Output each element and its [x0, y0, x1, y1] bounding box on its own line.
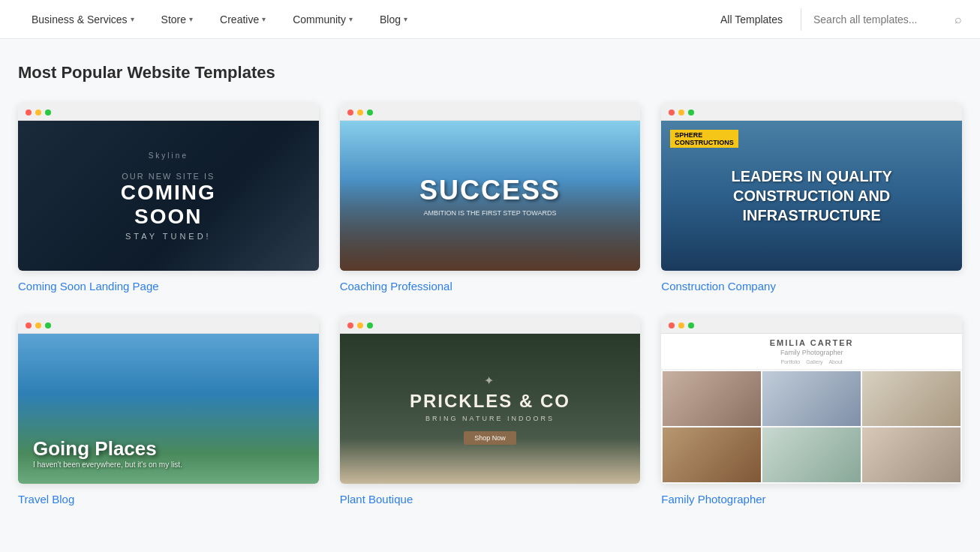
- template-thumbnail-photographer: EMILIA CARTER Family Photographer Portfo…: [661, 316, 962, 484]
- template-name-coming-soon[interactable]: Coming Soon Landing Page: [18, 280, 319, 292]
- template-name-plant[interactable]: Plant Boutique: [340, 493, 641, 506]
- travel-text: Going Places: [33, 437, 182, 460]
- template-card-plant[interactable]: ✦ PRICKLES & CO BRING NATURE INDOORS Sho…: [340, 316, 641, 506]
- template-card-coaching[interactable]: SUCCESS AMBITION IS THE FIRST STEP TOWAR…: [340, 104, 641, 292]
- dot-green: [688, 322, 694, 328]
- browser-chrome-plant: [340, 316, 641, 334]
- thumb-construction: SPHERECONSTRUCTIONS LEADERS IN QUALITY C…: [661, 121, 962, 271]
- search-input[interactable]: [813, 14, 948, 26]
- ph-name: EMILIA CARTER: [669, 338, 954, 347]
- dot-red: [347, 322, 353, 328]
- nav-label-business: Business & Services: [32, 14, 128, 26]
- template-card-travel[interactable]: Going Places I haven't been everywhere, …: [18, 316, 319, 506]
- dot-green: [367, 322, 373, 328]
- nav-divider: [801, 8, 801, 31]
- plant-sub: BRING NATURE INDOORS: [425, 415, 555, 422]
- template-thumbnail-construction: SPHERECONSTRUCTIONS LEADERS IN QUALITY C…: [661, 104, 962, 271]
- browser-chrome-construction: [661, 104, 962, 121]
- dot-green: [688, 110, 694, 116]
- travel-sub: I haven't been everywhere, but it's on m…: [33, 460, 182, 469]
- template-thumbnail-coming-soon: Skyline OUR NEW SITE IS COMING SOON STAY…: [18, 104, 319, 271]
- main-nav: Business & Services ▾ Store ▾ Creative ▾…: [0, 0, 980, 39]
- dot-green: [367, 110, 373, 116]
- thumb-coaching: SUCCESS AMBITION IS THE FIRST STEP TOWAR…: [340, 121, 641, 271]
- template-card-coming-soon[interactable]: Skyline OUR NEW SITE IS COMING SOON STAY…: [18, 104, 319, 292]
- main-content: Most Popular Website Templates Skyline O…: [0, 39, 980, 552]
- nav-label-creative: Creative: [220, 14, 259, 26]
- ph-img-5: [762, 428, 861, 482]
- chevron-down-icon: ▾: [349, 15, 353, 23]
- cs-text2: SOON: [134, 205, 202, 229]
- template-thumbnail-coaching: SUCCESS AMBITION IS THE FIRST STEP TOWAR…: [340, 104, 641, 271]
- plant-text: PRICKLES & CO: [410, 391, 570, 412]
- ph-img-4: [663, 428, 761, 482]
- ph-nav: Portfolio Gallery About: [669, 359, 954, 364]
- ph-grid: [661, 370, 962, 484]
- thumb-coming-soon: Skyline OUR NEW SITE IS COMING SOON STAY…: [18, 121, 319, 271]
- dot-yellow: [357, 110, 363, 116]
- section-title: Most Popular Website Templates: [18, 63, 962, 82]
- dot-yellow: [678, 322, 684, 328]
- template-name-coaching[interactable]: Coaching Professional: [340, 280, 641, 292]
- template-thumbnail-plant: ✦ PRICKLES & CO BRING NATURE INDOORS Sho…: [340, 316, 641, 484]
- dot-green: [45, 322, 51, 328]
- ph-nav-item: Portfolio: [781, 359, 801, 364]
- thumb-plant: ✦ PRICKLES & CO BRING NATURE INDOORS Sho…: [340, 334, 641, 484]
- nav-item-creative[interactable]: Creative ▾: [206, 0, 279, 39]
- browser-chrome-photographer: [661, 316, 962, 334]
- const-text: LEADERS IN QUALITY CONSTRUCTION AND INFR…: [661, 166, 962, 225]
- dot-red: [347, 110, 353, 116]
- nav-item-community[interactable]: Community ▾: [279, 0, 366, 39]
- dot-green: [45, 110, 51, 116]
- all-templates-label[interactable]: All Templates: [714, 14, 789, 26]
- chevron-down-icon: ▾: [189, 15, 193, 23]
- browser-chrome: [18, 104, 319, 121]
- plant-icon: ✦: [484, 374, 495, 388]
- ph-nav-item: About: [828, 359, 842, 364]
- template-thumbnail-travel: Going Places I haven't been everywhere, …: [18, 316, 319, 484]
- nav-label-blog: Blog: [380, 14, 401, 26]
- ph-header: EMILIA CARTER Family Photographer Portfo…: [661, 334, 962, 370]
- ph-img-3: [862, 371, 960, 426]
- nav-items: Business & Services ▾ Store ▾ Creative ▾…: [18, 0, 714, 39]
- cs-brand: Skyline: [149, 152, 188, 160]
- browser-chrome-coaching: [340, 104, 641, 121]
- template-card-construction[interactable]: SPHERECONSTRUCTIONS LEADERS IN QUALITY C…: [661, 104, 962, 292]
- template-name-travel[interactable]: Travel Blog: [18, 493, 319, 506]
- success-sub: AMBITION IS THE FIRST STEP TOWARDS: [424, 209, 557, 217]
- ph-nav-item: Gallery: [806, 359, 822, 364]
- dot-red: [26, 322, 32, 328]
- dot-red: [669, 110, 675, 116]
- nav-right: All Templates ⌕: [714, 8, 962, 31]
- dot-yellow: [35, 110, 41, 116]
- template-name-construction[interactable]: Construction Company: [661, 280, 962, 292]
- search-area: ⌕: [813, 13, 962, 26]
- ph-subtitle: Family Photographer: [669, 349, 954, 356]
- dot-yellow: [678, 110, 684, 116]
- plant-cta[interactable]: Shop Now: [464, 431, 516, 445]
- template-card-photographer[interactable]: EMILIA CARTER Family Photographer Portfo…: [661, 316, 962, 506]
- ph-img-2: [762, 371, 861, 426]
- dot-yellow: [35, 322, 41, 328]
- template-name-photographer[interactable]: Family Photographer: [661, 493, 962, 506]
- nav-label-store: Store: [161, 14, 186, 26]
- success-text: SUCCESS: [419, 175, 561, 206]
- cs-sub: STAY TUNED!: [125, 232, 212, 241]
- dot-yellow: [357, 322, 363, 328]
- nav-item-business[interactable]: Business & Services ▾: [18, 0, 148, 39]
- chevron-down-icon: ▾: [131, 15, 134, 23]
- thumb-photographer: EMILIA CARTER Family Photographer Portfo…: [661, 334, 962, 484]
- browser-chrome-travel: [18, 316, 319, 334]
- thumb-travel: Going Places I haven't been everywhere, …: [18, 334, 319, 484]
- nav-item-blog[interactable]: Blog ▾: [366, 0, 421, 39]
- chevron-down-icon: ▾: [262, 15, 266, 23]
- dot-red: [26, 110, 32, 116]
- dot-red: [669, 322, 675, 328]
- ph-img-6: [862, 428, 960, 482]
- cs-pre: OUR NEW SITE IS: [122, 172, 215, 181]
- chevron-down-icon: ▾: [404, 15, 407, 23]
- ph-img-1: [663, 371, 761, 426]
- const-badge: SPHERECONSTRUCTIONS: [670, 130, 738, 148]
- nav-item-store[interactable]: Store ▾: [148, 0, 206, 39]
- search-icon[interactable]: ⌕: [954, 13, 962, 26]
